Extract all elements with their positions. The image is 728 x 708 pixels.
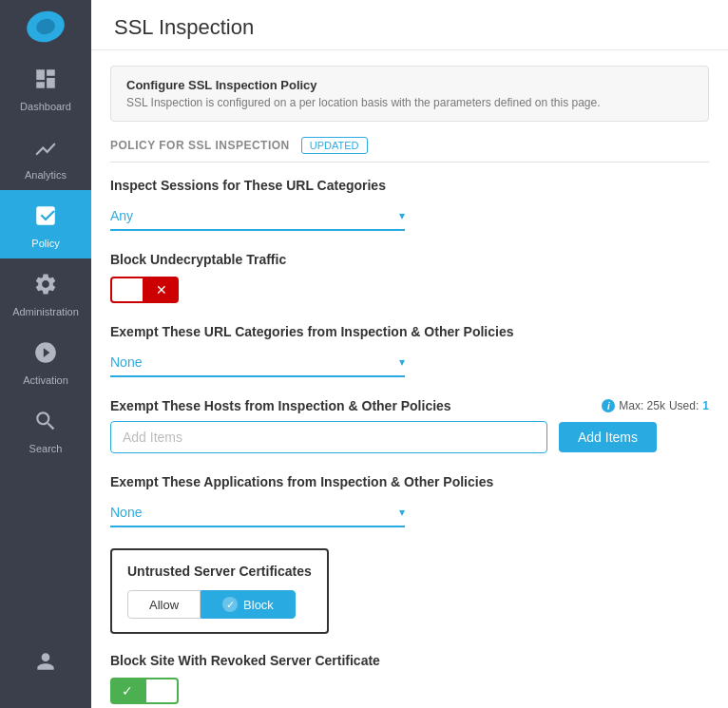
exempt-apps-arrow-icon: ▾ xyxy=(399,506,405,519)
sidebar-item-dashboard-label: Dashboard xyxy=(20,101,71,112)
main-content: SSL Inspection Configure SSL Inspection … xyxy=(91,0,728,708)
exempt-apps-label: Exempt These Applications from Inspectio… xyxy=(110,474,709,489)
exempt-hosts-used-value: 1 xyxy=(702,399,709,412)
sidebar-item-search-label: Search xyxy=(29,443,63,454)
block-undecryptable-label: Block Undecryptable Traffic xyxy=(110,252,709,267)
inspect-sessions-dropdown[interactable]: Any ▾ xyxy=(110,202,405,231)
sidebar-item-activation[interactable]: Activation xyxy=(0,327,91,395)
block-check-icon: ✓ xyxy=(222,597,238,612)
exempt-url-value: None xyxy=(110,354,142,370)
search-icon xyxy=(33,409,58,439)
info-banner-text: SSL Inspection is configured on a per lo… xyxy=(126,96,693,109)
block-revoked-label: Block Site With Revoked Server Certifica… xyxy=(110,653,709,668)
block-undecryptable-group: Block Undecryptable Traffic ✕ xyxy=(110,252,709,303)
sidebar-item-policy[interactable]: Policy xyxy=(0,190,91,258)
sidebar-item-administration[interactable]: Administration xyxy=(0,258,91,327)
toggle-green-off-part[interactable] xyxy=(144,678,179,704)
exempt-url-dropdown[interactable]: None ▾ xyxy=(110,349,405,377)
untrusted-certs-btn-group: Allow ✓ Block xyxy=(127,590,312,619)
block-revoked-toggle[interactable]: ✓ xyxy=(110,678,709,704)
sidebar-item-dashboard[interactable]: Dashboard xyxy=(0,53,91,122)
exempt-url-group: Exempt These URL Categories from Inspect… xyxy=(110,324,709,377)
exempt-hosts-used-label: Used: xyxy=(669,399,699,412)
policy-icon xyxy=(33,203,58,234)
toggle-off-part[interactable] xyxy=(110,277,144,303)
administration-icon xyxy=(33,272,58,302)
sidebar-item-search[interactable]: Search xyxy=(0,395,91,464)
activation-icon xyxy=(33,340,58,371)
exempt-apps-group: Exempt These Applications from Inspectio… xyxy=(110,474,709,527)
sidebar-item-activation-label: Activation xyxy=(23,374,68,386)
inspect-sessions-value: Any xyxy=(110,208,133,223)
add-items-button[interactable]: Add Items xyxy=(559,422,657,452)
exempt-url-label: Exempt These URL Categories from Inspect… xyxy=(110,324,709,339)
block-revoked-group: Block Site With Revoked Server Certifica… xyxy=(110,653,709,704)
exempt-hosts-label: Exempt These Hosts from Inspection & Oth… xyxy=(110,398,451,413)
sidebar-item-user[interactable] xyxy=(0,636,91,693)
section-header: POLICY FOR SSL INSPECTION UPDATED xyxy=(110,137,709,163)
analytics-icon xyxy=(33,135,58,165)
allow-button[interactable]: Allow xyxy=(127,590,201,619)
updated-badge: UPDATED xyxy=(301,137,368,154)
toggle-green-on-part[interactable]: ✓ xyxy=(110,678,144,704)
add-items-input[interactable] xyxy=(110,421,547,453)
inspect-sessions-arrow-icon: ▾ xyxy=(399,209,405,222)
exempt-hosts-label-row: Exempt These Hosts from Inspection & Oth… xyxy=(110,398,709,413)
content-area: POLICY FOR SSL INSPECTION UPDATED Inspec… xyxy=(91,122,728,708)
user-icon xyxy=(33,649,58,679)
sidebar-logo xyxy=(0,0,91,53)
dashboard-icon xyxy=(33,67,58,97)
sidebar-item-analytics[interactable]: Analytics xyxy=(0,122,91,190)
untrusted-certs-box: Untrusted Server Certificates Allow ✓ Bl… xyxy=(110,548,329,634)
sidebar-item-analytics-label: Analytics xyxy=(25,169,67,181)
exempt-apps-value: None xyxy=(110,505,142,520)
page-header: SSL Inspection xyxy=(91,0,728,50)
hosts-meta: i Max: 25k Used: 1 xyxy=(602,399,709,412)
exempt-hosts-max: Max: 25k xyxy=(619,399,665,412)
exempt-hosts-group: Exempt These Hosts from Inspection & Oth… xyxy=(110,398,709,453)
inspect-sessions-label: Inspect Sessions for These URL Categorie… xyxy=(110,178,709,193)
exempt-apps-dropdown[interactable]: None ▾ xyxy=(110,499,405,527)
sidebar-item-policy-label: Policy xyxy=(31,238,59,249)
toggle-on-part[interactable]: ✕ xyxy=(144,277,179,303)
block-button[interactable]: ✓ Block xyxy=(201,590,296,619)
info-banner: Configure SSL Inspection Policy SSL Insp… xyxy=(110,66,709,122)
exempt-url-arrow-icon: ▾ xyxy=(399,355,405,369)
page-title: SSL Inspection xyxy=(114,15,705,40)
sidebar: Dashboard Analytics Policy Administratio… xyxy=(0,0,91,708)
info-icon: i xyxy=(602,399,615,412)
inspect-sessions-group: Inspect Sessions for These URL Categorie… xyxy=(110,178,709,231)
block-undecryptable-toggle[interactable]: ✕ xyxy=(110,277,709,303)
sidebar-item-administration-label: Administration xyxy=(12,306,79,317)
info-banner-title: Configure SSL Inspection Policy xyxy=(126,78,693,92)
block-button-label: Block xyxy=(243,598,274,612)
section-title: POLICY FOR SSL INSPECTION xyxy=(110,139,290,152)
app-logo-icon xyxy=(24,9,67,45)
untrusted-certs-title: Untrusted Server Certificates xyxy=(127,564,312,579)
